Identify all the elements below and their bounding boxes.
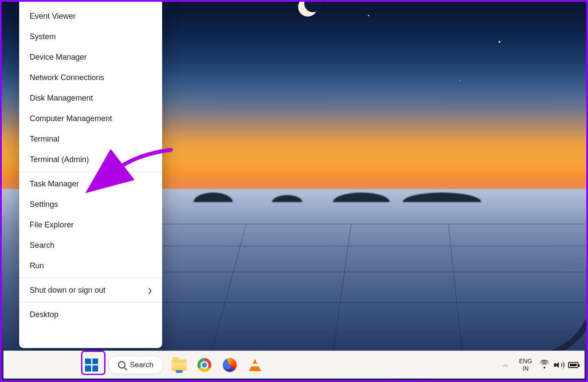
taskbar-search-button[interactable]: Search <box>108 356 163 374</box>
menu-item-shut-down-or-sign-out[interactable]: Shut down or sign out ❯ <box>19 280 162 301</box>
menu-item-network-connections[interactable]: Network Connections <box>19 68 162 88</box>
star-icon <box>459 80 460 81</box>
menu-item-event-viewer[interactable]: Event Viewer <box>19 6 162 27</box>
menu-separator <box>19 278 162 278</box>
desktop: Event Viewer System Device Manager Netwo… <box>2 2 586 380</box>
taskbar-app-firefox[interactable] <box>220 355 239 375</box>
star-icon <box>368 15 369 16</box>
search-icon <box>118 361 126 368</box>
menu-item-terminal-admin[interactable]: Terminal (Admin) <box>19 149 162 170</box>
firefox-icon <box>223 358 237 372</box>
menu-item-disk-management[interactable]: Disk Management <box>19 88 162 108</box>
taskbar-app-vlc[interactable] <box>245 355 265 375</box>
menu-item-system[interactable]: System <box>19 27 162 47</box>
moon-icon <box>298 2 320 19</box>
battery-icon <box>568 362 578 368</box>
menu-item-desktop[interactable]: Desktop <box>19 304 162 325</box>
taskbar: Search ︿ ENG IN <box>3 351 585 379</box>
menu-item-search[interactable]: Search <box>19 235 162 256</box>
menu-separator <box>19 302 162 303</box>
system-tray: ︿ ENG IN <box>500 351 578 379</box>
search-label: Search <box>130 361 153 369</box>
chevron-right-icon: ❯ <box>147 287 153 294</box>
start-button[interactable] <box>81 355 102 375</box>
taskbar-app-chrome[interactable] <box>195 355 214 375</box>
menu-item-file-explorer[interactable]: File Explorer <box>19 215 162 235</box>
quick-settings-button[interactable] <box>540 362 578 368</box>
wifi-icon <box>540 362 549 368</box>
windows-logo-icon <box>85 358 98 372</box>
chrome-icon <box>197 358 211 372</box>
star-icon <box>499 41 500 43</box>
winx-menu: Event Viewer System Device Manager Netwo… <box>19 2 162 348</box>
menu-item-run[interactable]: Run <box>19 256 162 276</box>
file-explorer-icon <box>172 359 187 371</box>
speaker-icon <box>554 362 563 368</box>
language-bottom: IN <box>519 365 532 372</box>
vlc-icon <box>249 359 261 371</box>
language-top: ENG <box>519 358 532 365</box>
menu-item-settings[interactable]: Settings <box>19 194 162 215</box>
taskbar-app-file-explorer[interactable] <box>170 355 189 375</box>
menu-item-label: Shut down or sign out <box>30 286 105 294</box>
tray-overflow-button[interactable]: ︿ <box>500 358 511 372</box>
language-indicator[interactable]: ENG IN <box>519 358 532 372</box>
menu-item-terminal[interactable]: Terminal <box>19 129 162 149</box>
menu-item-computer-management[interactable]: Computer Management <box>19 108 162 129</box>
menu-item-device-manager[interactable]: Device Manager <box>19 47 162 68</box>
menu-item-task-manager[interactable]: Task Manager <box>19 174 162 194</box>
menu-separator <box>19 172 162 172</box>
